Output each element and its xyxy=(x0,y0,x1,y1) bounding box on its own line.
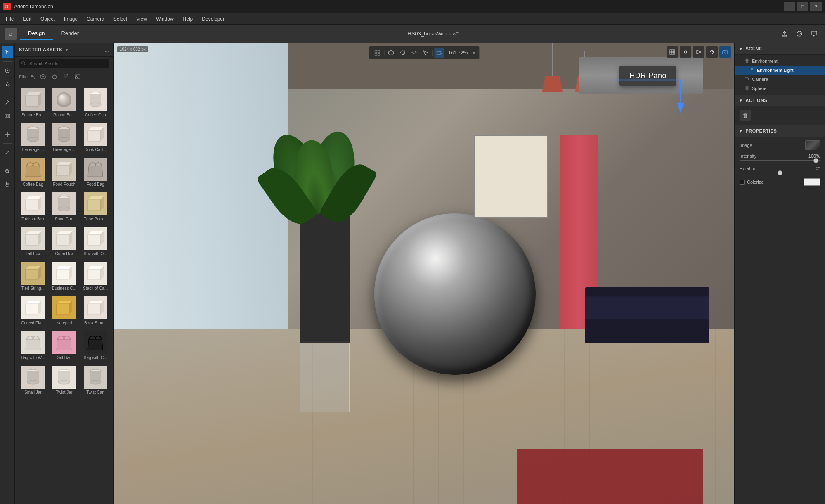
asset-drink-carton[interactable]: Drink Cart... xyxy=(80,121,110,154)
zoom-button[interactable] xyxy=(421,48,430,58)
image-thumb[interactable] xyxy=(805,140,820,150)
tool-camera[interactable] xyxy=(2,110,13,121)
svg-point-12 xyxy=(65,75,67,77)
camera-view-button[interactable] xyxy=(434,48,444,58)
menu-item-window[interactable]: Window xyxy=(152,14,178,24)
menu-item-edit[interactable]: Edit xyxy=(19,14,35,24)
filter-material-icon[interactable] xyxy=(50,73,59,81)
asset-twist-jar[interactable]: Twist Jar xyxy=(50,364,79,397)
asset-tied-string[interactable]: Tied String... xyxy=(18,260,48,293)
camera-scene-icon xyxy=(745,76,749,82)
asset-curved-plate[interactable]: Curved Pla... xyxy=(18,294,48,327)
asset-tube-pack[interactable]: Tube Pack... xyxy=(80,190,110,223)
canvas-grid-button[interactable] xyxy=(667,46,678,58)
tool-place[interactable] xyxy=(2,128,13,140)
svg-point-21 xyxy=(684,51,687,53)
scene-item-environment[interactable]: Environment xyxy=(735,57,825,66)
scene-item-sphere[interactable]: Sphere xyxy=(735,84,825,93)
canvas-snap-button[interactable] xyxy=(680,46,691,58)
close-button[interactable]: ✕ xyxy=(810,2,822,11)
canvas-camera-btn-active[interactable] xyxy=(719,46,731,58)
asset-box-o[interactable]: Box with O... xyxy=(80,225,110,258)
asset-beverage1[interactable]: Beverage ... xyxy=(18,121,48,154)
asset-stack-cards[interactable]: Stack of Ca... xyxy=(80,260,110,293)
pan-button[interactable] xyxy=(409,48,419,58)
canvas-render-prev-button[interactable] xyxy=(693,46,704,58)
asset-bag-c[interactable]: Bag with C... xyxy=(80,329,110,362)
home-button[interactable]: ⌂ xyxy=(5,28,17,40)
menu-item-image[interactable]: Image xyxy=(60,14,82,24)
asset-label-coffee-bag: Coffee Bag xyxy=(19,182,47,187)
hdr-pano-tooltip: HDR Pano xyxy=(619,66,676,86)
tool-magic[interactable] xyxy=(2,97,13,108)
filter-image-icon[interactable] xyxy=(73,73,82,81)
scene-item-camera[interactable]: Camera xyxy=(735,75,825,84)
colorize-checkbox[interactable] xyxy=(740,180,745,185)
assets-more-button[interactable]: ... xyxy=(104,46,109,53)
delete-button[interactable] xyxy=(740,110,751,121)
tool-zoom[interactable] xyxy=(2,166,13,177)
filter-3d-icon[interactable] xyxy=(39,73,47,81)
asset-small-jar[interactable]: Small Jar xyxy=(18,364,48,397)
asset-gift-bag[interactable]: Gift Bag xyxy=(50,329,79,362)
asset-book-stand[interactable]: Book Stan... xyxy=(80,294,110,327)
asset-food-pouch[interactable]: Food Pouch xyxy=(50,156,79,189)
help-button[interactable]: ? xyxy=(794,28,805,40)
filter-light-icon[interactable] xyxy=(62,73,70,81)
menu-item-developer[interactable]: Developer xyxy=(198,14,229,24)
intensity-slider-thumb[interactable] xyxy=(813,158,818,163)
tab-design[interactable]: Design xyxy=(20,28,53,40)
canvas-area[interactable]: 1024 x 682 px 161.72% ▼ xyxy=(114,43,734,504)
menu-item-help[interactable]: Help xyxy=(179,14,197,24)
menu-item-file[interactable]: File xyxy=(2,14,18,24)
tool-hand[interactable] xyxy=(2,179,13,190)
menu-item-select[interactable]: Select xyxy=(109,14,131,24)
chat-button[interactable] xyxy=(808,28,820,40)
asset-business-card[interactable]: Business C... xyxy=(50,260,79,293)
grid-view-button[interactable] xyxy=(372,48,382,58)
properties-section: Image Intensity 100% xyxy=(735,137,825,189)
asset-cube-box[interactable]: Cube Box xyxy=(50,225,79,258)
asset-coffee-cup[interactable]: Coffee Cup xyxy=(80,86,110,119)
asset-coffee-bag[interactable]: Coffee Bag xyxy=(18,156,48,189)
asset-notepad[interactable]: Notepad xyxy=(50,294,79,327)
asset-square-box[interactable]: Square Bo... xyxy=(18,86,48,119)
tool-paint[interactable] xyxy=(2,78,13,90)
zoom-level[interactable]: 161.72% xyxy=(446,50,470,56)
asset-label-small-jar: Small Jar xyxy=(19,390,47,395)
colorize-swatch[interactable] xyxy=(804,178,820,186)
actions-section xyxy=(735,106,825,125)
canvas-orbit-button[interactable] xyxy=(706,46,718,58)
tab-render[interactable]: Render xyxy=(53,28,87,40)
actions-section-header[interactable]: ▼ ACTIONS xyxy=(735,95,825,106)
asset-food-can[interactable]: Food Can xyxy=(50,190,79,223)
asset-twist-can[interactable]: Twist Can xyxy=(80,364,110,397)
menu-item-view[interactable]: View xyxy=(132,14,151,24)
rotation-slider-thumb[interactable] xyxy=(778,170,782,175)
tool-material[interactable] xyxy=(2,65,13,76)
tool-measure[interactable] xyxy=(2,147,13,159)
search-input[interactable] xyxy=(19,59,109,68)
orbit-button[interactable] xyxy=(397,48,407,58)
minimize-button[interactable]: — xyxy=(784,2,795,11)
scene-section-header[interactable]: ▼ SCENE xyxy=(735,43,825,55)
tool-select[interactable] xyxy=(2,46,13,58)
asset-thumb-round-box xyxy=(52,88,76,111)
menu-item-object[interactable]: Object xyxy=(36,14,59,24)
asset-round-box[interactable]: Round Bo... xyxy=(50,86,79,119)
restore-button[interactable]: □ xyxy=(797,2,808,11)
asset-food-bag[interactable]: Food Bag xyxy=(80,156,110,189)
assets-dropdown-icon[interactable]: ▼ xyxy=(65,47,69,52)
asset-label-twist-jar: Twist Jar xyxy=(51,390,78,395)
title-bar: D Adobe Dimension — □ ✕ xyxy=(0,0,825,13)
scene-item-environment-light[interactable]: Environment Light xyxy=(735,66,825,75)
properties-section-header[interactable]: ▼ PROPERTIES xyxy=(735,125,825,137)
zoom-dropdown-icon[interactable]: ▼ xyxy=(472,51,476,55)
asset-beverage2[interactable]: Beverage ... xyxy=(50,121,79,154)
asset-takeout-box[interactable]: Takeout Box xyxy=(18,190,48,223)
menu-item-camera[interactable]: Camera xyxy=(83,14,109,24)
asset-bag-w[interactable]: Bag with W... xyxy=(18,329,48,362)
asset-tall-box[interactable]: Tall Box xyxy=(18,225,48,258)
transform-button[interactable] xyxy=(386,48,396,58)
share-button[interactable] xyxy=(779,28,790,40)
